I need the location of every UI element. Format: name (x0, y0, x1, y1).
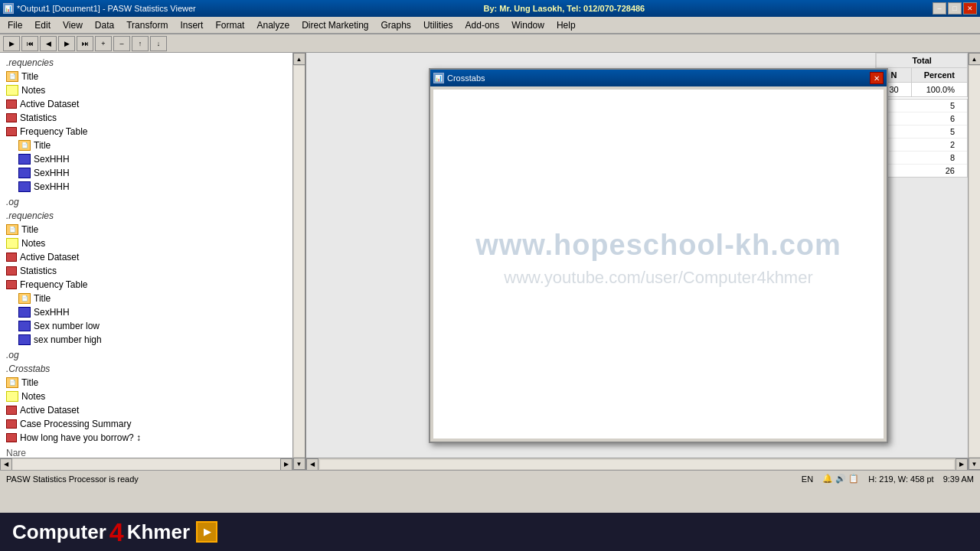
brand-logo-area: Computer 4 Khmer ▶ (12, 517, 217, 547)
freq-icon-3 (6, 127, 17, 136)
menu-insert[interactable]: Insert (174, 17, 209, 33)
tree-item-label: Statistics (20, 112, 57, 123)
scroll-right-arrow[interactable]: ▶ (280, 458, 292, 471)
section-label-crosstabs: .Crosstabs (0, 362, 292, 376)
scroll-down-arrow[interactable]: ▼ (293, 458, 305, 470)
tree-item-caseproc[interactable]: Case Processing Summary (0, 417, 292, 431)
tree-scroll[interactable]: .requencies 📄 Title Notes Active Dataset… (0, 53, 305, 470)
tree-item-sexnumlow[interactable]: Sex number low (0, 319, 292, 333)
left-scrollbar[interactable]: ▲ ▼ (292, 53, 305, 470)
toolbar-btn-2[interactable]: ⏮ (21, 36, 38, 51)
tree-item-dataset-3[interactable]: Active Dataset (0, 403, 292, 417)
right-scrollbar-h[interactable]: ◀ ▶ (306, 458, 968, 470)
toolbar-btn-9[interactable]: ↓ (150, 36, 167, 51)
tree-item-sexhhh-2[interactable]: SexHHH (0, 166, 292, 180)
output-table-area: Total N Percent 30 100.0% 5 6 (875, 53, 968, 178)
menu-bar: File Edit View Data Transform Insert For… (0, 17, 980, 34)
right-scrollbar-v[interactable]: ▲ ▼ (968, 53, 980, 470)
doc-icon: 📄 (6, 71, 18, 82)
crosstabs-dialog: 📊 Crosstabs ✕ www.hopeschool-kh.com www.… (429, 68, 888, 443)
tree-item-sexnumhigh[interactable]: sex number high (0, 333, 292, 347)
tree-item-label: Frequency Table (20, 279, 88, 290)
num-row-4: 2 (877, 139, 967, 152)
scroll-track-left[interactable] (294, 66, 305, 457)
tree-item-stats-1[interactable]: Statistics (0, 111, 292, 125)
toolbar-btn-6[interactable]: + (95, 36, 112, 51)
menu-graphs[interactable]: Graphs (375, 17, 417, 33)
toolbar-btn-4[interactable]: ▶ (58, 36, 75, 51)
h-scroll-right[interactable]: ▶ (956, 458, 968, 471)
freq-icon-9 (6, 433, 17, 442)
restore-button[interactable]: □ (948, 2, 962, 15)
doc-icon-3: 📄 (6, 377, 18, 388)
tree-item-label: Title (21, 71, 38, 82)
left-scrollbar-h[interactable]: ◀ ▶ (0, 458, 292, 470)
right-scroll-down[interactable]: ▼ (969, 458, 981, 470)
tree-item-label: Title (21, 224, 38, 235)
minimize-button[interactable]: – (933, 2, 946, 15)
brand-name-part1: Computer (12, 520, 106, 544)
toolbar-btn-8[interactable]: ↑ (132, 36, 149, 51)
menu-data[interactable]: Data (89, 17, 120, 33)
menu-file[interactable]: File (2, 17, 28, 33)
menu-transform[interactable]: Transform (120, 17, 174, 33)
tree-item-freqtable-2[interactable]: Frequency Table (0, 278, 292, 292)
menu-addons[interactable]: Add-ons (459, 17, 506, 33)
tree-item-sexhhh-1[interactable]: SexHHH (0, 152, 292, 166)
tree-item-title-3[interactable]: 📄 Title (0, 376, 292, 390)
subtitle-text: By: Mr. Ung Lasokh, Tel: 012/070-728486 (484, 4, 645, 13)
tree-item-label: Active Dataset (20, 99, 79, 109)
locale-indicator: EN (802, 474, 813, 484)
scroll-track-bottom[interactable] (12, 459, 280, 470)
menu-format[interactable]: Format (209, 17, 250, 33)
tree-item-title-1[interactable]: 📄 Title (0, 70, 292, 83)
tree-item-notes-3[interactable]: Notes (0, 390, 292, 403)
close-button[interactable]: ✕ (963, 2, 977, 15)
dialog-title-text: Crosstabs (447, 73, 485, 83)
tree-item-freqtable-1[interactable]: Frequency Table (0, 125, 292, 139)
freq-icon-6 (6, 280, 17, 289)
menu-direct-marketing[interactable]: Direct Marketing (296, 17, 374, 33)
tree-item-sexhhh-3[interactable]: SexHHH (0, 180, 292, 194)
menu-help[interactable]: Help (550, 17, 582, 33)
right-scroll-up[interactable]: ▲ (969, 53, 981, 65)
toolbar-btn-1[interactable]: ▶ (3, 36, 20, 51)
tree-item-stats-2[interactable]: Statistics (0, 264, 292, 278)
menu-analyze[interactable]: Analyze (250, 17, 296, 33)
table-val-percent: 100.0% (911, 83, 967, 97)
freq-icon-2 (6, 113, 17, 122)
tree-item-sexhhh-sub-1[interactable]: SexHHH (0, 305, 292, 319)
dialog-close-button[interactable]: ✕ (870, 72, 884, 84)
brand-play-icon: ▶ (196, 521, 217, 543)
toolbar-btn-5[interactable]: ⏭ (77, 36, 93, 51)
tree-item-title-sub-2[interactable]: 📄 Title (0, 292, 292, 305)
tree-item-dataset-1[interactable]: Active Dataset (0, 97, 292, 111)
tree-item-label: Case Processing Summary (20, 419, 131, 429)
doc-icon-sub: 📄 (18, 140, 31, 151)
menu-edit[interactable]: Edit (28, 17, 57, 33)
h-scroll-left[interactable]: ◀ (306, 458, 318, 471)
h-scroll-track[interactable] (320, 460, 954, 469)
right-scroll-track-v[interactable] (969, 66, 980, 457)
toolbar: ▶ ⏮ ◀ ▶ ⏭ + – ↑ ↓ (0, 34, 980, 53)
table-header-total: Total (877, 54, 968, 68)
tree-item-dataset-2[interactable]: Active Dataset (0, 250, 292, 264)
toolbar-btn-3[interactable]: ◀ (40, 36, 57, 51)
window-title: *Output1 [Document1] - PASW Statistics V… (17, 4, 196, 13)
output-table: Total N Percent 30 100.0% (876, 53, 968, 97)
tree-item-howlong[interactable]: How long have you borrow? ↕ (0, 431, 292, 445)
tree-item-title-sub-1[interactable]: 📄 Title (0, 139, 292, 152)
menu-window[interactable]: Window (505, 17, 550, 33)
tree-item-title-2[interactable]: 📄 Title (0, 223, 292, 236)
scroll-left-arrow[interactable]: ◀ (0, 458, 12, 471)
toolbar-btn-7[interactable]: – (113, 36, 130, 51)
tree-item-label: SexHHH (34, 181, 70, 192)
scroll-up-arrow[interactable]: ▲ (293, 53, 305, 65)
menu-view[interactable]: View (57, 17, 89, 33)
tree-item-label: Notes (21, 391, 45, 402)
tree-item-notes-2[interactable]: Notes (0, 236, 292, 250)
tree-item-notes-1[interactable]: Notes (0, 83, 292, 97)
menu-utilities[interactable]: Utilities (417, 17, 459, 33)
freq-blue-icon-1 (18, 154, 31, 165)
tree-item-label: Active Dataset (20, 405, 79, 416)
